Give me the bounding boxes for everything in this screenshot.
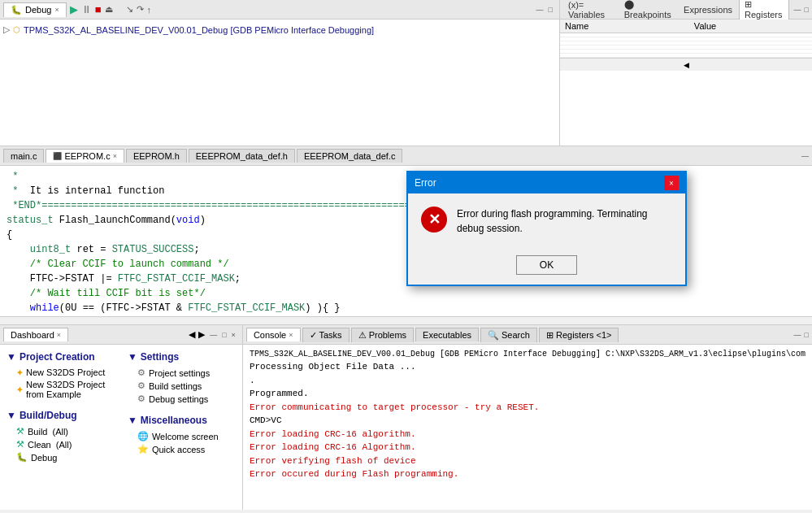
console-panel: Console × ✓ Tasks ⚠ Problems Executables… — [243, 325, 812, 510]
panel-minimize[interactable]: — — [794, 6, 801, 14]
debug-step-over-btn[interactable]: ↷ — [137, 4, 144, 15]
console-content: TPMS_S32K_AL_BASELINE_DEV_V00.01_Debug [… — [243, 345, 812, 510]
tab-tasks[interactable]: ✓ Tasks — [302, 328, 350, 342]
debug-suspend-btn[interactable]: ⏸ — [81, 3, 92, 15]
welcome-screen-item[interactable]: 🌐 Welcome screen — [137, 431, 236, 441]
tab-console[interactable]: Console × — [246, 328, 301, 341]
console-tab-label: Console — [254, 330, 286, 340]
build-sub: (All) — [52, 427, 68, 437]
tab-dashboard[interactable]: Dashboard × — [3, 328, 68, 341]
debug-terminate-btn[interactable]: ■ — [95, 3, 102, 15]
tab-eeeprom-data-h[interactable]: EEEPROM_data_def.h — [189, 149, 295, 163]
section-title: Project Creation — [20, 351, 95, 363]
console-line: . — [250, 374, 805, 388]
dashboard-close-btn[interactable]: × — [232, 331, 236, 339]
debug-tab[interactable]: 🐛 Debug × — [3, 2, 67, 17]
table-row — [560, 54, 812, 58]
dashboard-minimize-btn[interactable]: — — [210, 331, 217, 339]
console-maximize[interactable]: □ — [805, 331, 809, 339]
project-settings-label: Project settings — [149, 368, 210, 378]
new-s32ds-project-example[interactable]: ✦ New S32DS Project from Example — [16, 380, 115, 399]
tab-variables[interactable]: (x)= Variables — [563, 0, 618, 21]
new-project-label: New S32DS Project — [26, 367, 105, 377]
tab-executables[interactable]: Executables — [415, 328, 479, 341]
debug-step-into-btn[interactable]: ↘ — [126, 4, 133, 15]
build-all-item[interactable]: ⚒ Build (All) — [16, 426, 115, 437]
dashboard-maximize-btn[interactable]: □ — [222, 331, 226, 339]
clean-sub: (All) — [56, 440, 72, 450]
problems-icon: ⚠ — [358, 330, 367, 341]
build-settings-item[interactable]: ⚙ Build settings — [137, 380, 236, 391]
tab-eeprom-c[interactable]: ⬛ EEPROM.c × — [46, 149, 124, 163]
tab-eeeprom-data-c[interactable]: EEEPROM_data_def.c — [297, 149, 403, 163]
welcome-screen-label: Welcome screen — [152, 432, 219, 441]
tasks-label: Tasks — [319, 330, 342, 340]
debug-resume-btn[interactable]: ▶ — [70, 3, 78, 15]
tab-label: EEEPROM_data_def.h — [196, 151, 288, 161]
tab-close-btn[interactable]: × — [113, 152, 117, 160]
project-settings-item[interactable]: ⚙ Project settings — [137, 367, 236, 378]
tab-icon: ⬛ — [53, 152, 62, 160]
dashboard-forward-btn[interactable]: ▶ — [198, 329, 205, 340]
tab-breakpoints[interactable]: ⬤ Breakpoints — [619, 0, 677, 21]
new-s32ds-project[interactable]: ✦ New S32DS Project — [16, 367, 115, 377]
tab-expressions[interactable]: Expressions — [679, 3, 737, 16]
debug-settings-item[interactable]: ⚙ Debug settings — [137, 393, 236, 404]
tab-registers[interactable]: ⊞ Registers — [739, 0, 789, 22]
debug-step-return-btn[interactable]: ↑ — [147, 5, 152, 15]
error-icon: ✕ — [421, 207, 447, 233]
ok-button[interactable]: OK — [516, 255, 577, 275]
star-icon: ⭐ — [137, 444, 149, 454]
search-icon: 🔍 — [488, 330, 499, 341]
tab-registers1[interactable]: ⊞ Registers <1> — [539, 328, 619, 342]
tab-search[interactable]: 🔍 Search — [480, 328, 537, 342]
build-label: Build — [28, 427, 47, 437]
debug-process-item[interactable]: ▷ ⬡ TPMS_S32K_AL_BASELINE_DEV_V00.01_Deb… — [3, 23, 556, 37]
gear-icon: ⚙ — [137, 367, 145, 378]
new-project-icon: ✦ — [16, 368, 23, 377]
console-line: Processing Object File Data ... — [250, 360, 805, 374]
quick-access-item[interactable]: ⭐ Quick access — [137, 444, 236, 454]
debug-icon: 🐛 — [16, 452, 28, 463]
view-maximize[interactable]: □ — [549, 6, 553, 14]
variables-registers-panel: (x)= Variables ⬤ Breakpoints Expressions… — [560, 0, 812, 146]
tab-label: EEEPROM_data_def.c — [304, 151, 396, 161]
console-tab-close[interactable]: × — [289, 331, 293, 339]
registers-table: Name Value — [560, 20, 812, 58]
section-arrow: ▼ — [128, 415, 137, 426]
dashboard-back-btn[interactable]: ◀ — [189, 329, 195, 340]
debug-process-label: TPMS_S32K_AL_BASELINE_DEV_V00.01_Debug [… — [24, 25, 374, 35]
editor-minimize[interactable]: — — [801, 152, 809, 160]
quick-access-label: Quick access — [152, 445, 205, 454]
col-value: Value — [689, 20, 812, 33]
dashboard-tab-close[interactable]: × — [57, 331, 61, 339]
console-tab-bar: Console × ✓ Tasks ⚠ Problems Executables… — [243, 325, 812, 345]
console-error-line: Error communicating to target processor … — [250, 401, 805, 415]
console-minimize[interactable]: — — [794, 331, 801, 339]
clean-all-item[interactable]: ⚒ Clean (All) — [16, 439, 115, 450]
dialog-message: Error during flash programming. Terminat… — [457, 207, 672, 236]
settings-section: ▼ Settings — [128, 351, 236, 363]
scroll-left-btn[interactable]: ◀ — [684, 61, 689, 69]
tab-problems[interactable]: ⚠ Problems — [351, 328, 414, 342]
dashboard-panel: Dashboard × ◀ ▶ — □ × ▼ Project Creation… — [0, 325, 243, 510]
debug-tab-label: Debug — [25, 5, 51, 15]
misc-section: ▼ Miscellaneous — [128, 415, 236, 426]
console-error-line: Error occured during Flash programming. — [250, 467, 805, 481]
build-debug-section: ▼ Build/Debug — [7, 410, 115, 421]
debug-settings-label: Debug settings — [149, 394, 208, 404]
debug-tab-close[interactable]: × — [54, 6, 59, 14]
console-line: CMD>VC — [250, 414, 805, 428]
debug-tab-bar: 🐛 Debug × ▶ ⏸ ■ ⏏ ↘ ↷ ↑ — □ — [0, 0, 559, 20]
tab-eeprom-h[interactable]: EEPROM.h — [126, 149, 187, 163]
editor-hscrollbar[interactable] — [0, 316, 812, 324]
project-creation-section: ▼ Project Creation — [7, 351, 115, 363]
debug-disconnect-btn[interactable]: ⏏ — [105, 4, 113, 15]
view-minimize[interactable]: — — [536, 6, 544, 14]
tab-main-c[interactable]: main.c — [3, 149, 44, 163]
dashboard-tab-bar: Dashboard × ◀ ▶ — □ × — [0, 325, 242, 345]
dialog-close-btn[interactable]: × — [664, 176, 679, 190]
editor-tab-bar: main.c ⬛ EEPROM.c × EEPROM.h EEEPROM_dat… — [0, 146, 812, 166]
panel-maximize[interactable]: □ — [805, 6, 809, 14]
debug-item[interactable]: 🐛 Debug — [16, 452, 115, 463]
